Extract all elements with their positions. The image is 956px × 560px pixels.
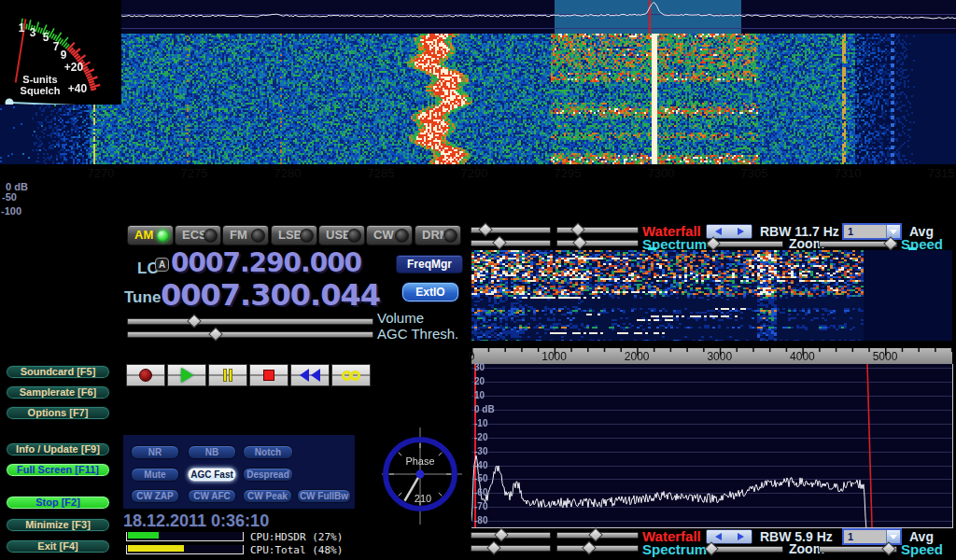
- mode-led-icon: [348, 230, 360, 242]
- avg2-select[interactable]: 1: [842, 528, 902, 545]
- notch-button[interactable]: Notch: [243, 445, 293, 459]
- cw-fullbw-button[interactable]: CW FullBw: [297, 489, 351, 503]
- af-db-label: -80: [474, 515, 487, 525]
- freqmgr-button[interactable]: FreqMgr: [396, 255, 463, 273]
- rf-freq-tick-label: 7315: [928, 166, 955, 180]
- left-arrow-icon[interactable]: [715, 533, 722, 540]
- pause-button[interactable]: [208, 364, 247, 386]
- lo-auto-button[interactable]: A: [155, 258, 169, 272]
- af-spectrum-display[interactable]: [471, 364, 953, 528]
- despread-button[interactable]: Despread: [243, 468, 293, 482]
- af-db-label: 20: [474, 376, 485, 386]
- slider-thumb[interactable]: [492, 235, 507, 250]
- mode-button-ecss[interactable]: ECSS: [175, 225, 221, 245]
- nr-button[interactable]: NR: [131, 445, 179, 459]
- af-spectrum-ref-slider[interactable]: [471, 240, 551, 246]
- slider-thumb[interactable]: [486, 540, 501, 555]
- af-freq-tick-label: 2000: [625, 350, 650, 363]
- slider-thumb[interactable]: [478, 222, 493, 237]
- soundcard-button[interactable]: Soundcard [F5]: [6, 365, 110, 379]
- datetime-display: 18.12.2011 0:36:10: [123, 511, 269, 531]
- cw-peak-button[interactable]: CW Peak: [243, 489, 292, 503]
- minimize-button[interactable]: Minimize [F3]: [6, 518, 110, 532]
- dropdown-button[interactable]: [886, 225, 900, 238]
- mode-button-am[interactable]: AM: [127, 225, 174, 245]
- mode-led-icon: [157, 230, 169, 242]
- agc-threshold-label: AGC Thresh.: [377, 326, 458, 342]
- slider-thumb[interactable]: [570, 222, 585, 237]
- mode-button-drm[interactable]: DRM: [415, 225, 461, 245]
- record-button[interactable]: [126, 364, 165, 386]
- extio-button[interactable]: ExtIO: [401, 282, 459, 302]
- af-freq-tick-label: 5000: [873, 350, 898, 363]
- mode-button-cw[interactable]: CW: [366, 225, 413, 245]
- nb-button[interactable]: NB: [188, 445, 236, 459]
- af-waterfall-display[interactable]: [471, 250, 952, 341]
- slider-thumb[interactable]: [494, 527, 509, 542]
- options-button[interactable]: Options [F7]: [6, 406, 110, 420]
- mode-led-icon: [252, 230, 264, 242]
- cw-afc-button[interactable]: CW AFC: [188, 489, 236, 503]
- record-icon: [139, 369, 152, 382]
- right-arrow-icon[interactable]: [738, 533, 744, 540]
- af-spectrum-range-slider[interactable]: [556, 240, 639, 246]
- af-db-label: -60: [474, 487, 487, 497]
- slider-thumb[interactable]: [583, 540, 598, 555]
- cpu-total-label: CPU:Total (48%): [250, 544, 343, 556]
- lo-frequency-display[interactable]: 0007.290.000: [171, 250, 361, 276]
- af2-speed-slider[interactable]: [819, 546, 897, 553]
- pause-icon: [229, 369, 232, 382]
- slider-thumb[interactable]: [209, 327, 224, 342]
- stop-playback-button[interactable]: [249, 364, 288, 386]
- rf-freq-tick-label: 7295: [555, 166, 582, 180]
- rf-spectrum-overview[interactable]: [0, 0, 956, 34]
- af-db-label: -10: [474, 418, 487, 428]
- rf-freq-tick-label: 7305: [741, 166, 768, 180]
- left-arrow-icon[interactable]: [715, 228, 722, 235]
- info-update-button[interactable]: Info / Update [F9]: [6, 442, 110, 456]
- mode-button-usb[interactable]: USB: [318, 225, 365, 245]
- avg-select[interactable]: 1: [842, 223, 902, 240]
- volume-slider[interactable]: [127, 318, 373, 325]
- samplerate-button[interactable]: Samplerate [F6]: [6, 385, 110, 399]
- volume-label: Volume: [377, 310, 424, 326]
- cpu-total-fill: [128, 545, 184, 552]
- full-screen-button[interactable]: Full Screen [F11]: [6, 463, 110, 477]
- mode-button-fm[interactable]: FM: [222, 225, 269, 245]
- agc-threshold-slider[interactable]: [127, 331, 373, 338]
- rbw2-adjust-control[interactable]: [706, 529, 752, 544]
- exit-button[interactable]: Exit [F4]: [6, 539, 110, 553]
- af-waterfall-brightness-slider[interactable]: [471, 227, 551, 233]
- play-button[interactable]: [167, 364, 206, 386]
- mode-label: AM: [134, 228, 153, 242]
- avg-select-value: 1: [844, 225, 886, 238]
- af-waterfall-contrast-slider[interactable]: [556, 227, 639, 233]
- af2-zoom-slider[interactable]: [707, 546, 783, 553]
- tune-frequency-display[interactable]: 0007.300.044: [161, 280, 380, 310]
- loop-button[interactable]: [331, 364, 371, 386]
- af2-waterfall-brightness-slider[interactable]: [471, 532, 551, 539]
- slider-thumb[interactable]: [572, 235, 587, 250]
- mute-button[interactable]: Mute: [131, 468, 179, 482]
- rf-freq-tick-label: 7300: [648, 166, 675, 180]
- mode-button-lsb[interactable]: LSB: [271, 225, 317, 245]
- stop-button[interactable]: Stop [F2]: [6, 496, 110, 510]
- rewind-icon: [300, 369, 309, 382]
- slider-thumb[interactable]: [187, 314, 202, 329]
- af2-spectrum-ref-slider[interactable]: [471, 545, 551, 552]
- af-freq-tick-label: 4000: [790, 350, 815, 363]
- rewind-button[interactable]: [290, 364, 330, 386]
- af2-spectrum-range-slider[interactable]: [556, 545, 639, 552]
- slider-thumb[interactable]: [588, 527, 603, 542]
- af-db-label: 30: [474, 362, 485, 372]
- af-zoom-slider[interactable]: [707, 241, 783, 247]
- af2-spectrum-label: Spectrum: [642, 541, 707, 557]
- cw-zap-button[interactable]: CW ZAP: [131, 489, 179, 503]
- af-speed-slider[interactable]: [819, 241, 897, 247]
- speed2-label: Speed: [901, 541, 943, 557]
- af2-waterfall-contrast-slider[interactable]: [556, 532, 639, 539]
- rf-db-label: -100: [1, 205, 21, 217]
- mode-led-icon: [444, 230, 457, 242]
- agc-fast-button[interactable]: AGC Fast: [188, 468, 236, 482]
- right-arrow-icon[interactable]: [738, 228, 744, 235]
